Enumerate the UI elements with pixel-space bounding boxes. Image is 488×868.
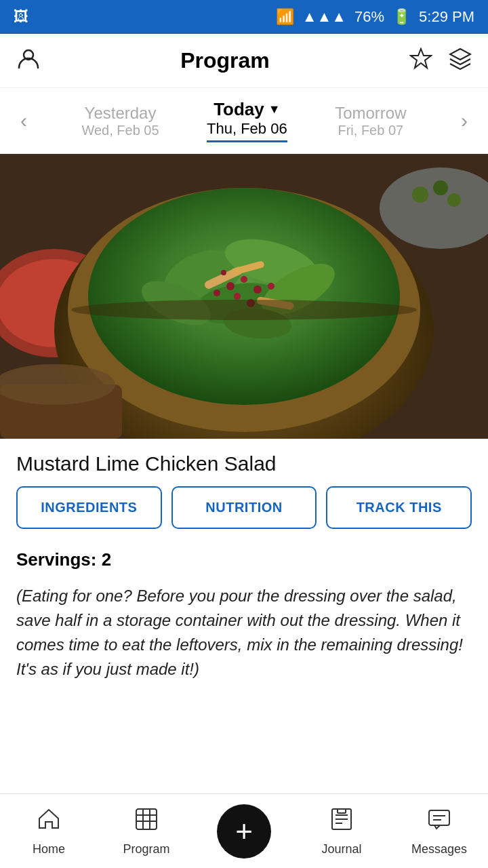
star-icon[interactable] bbox=[409, 47, 432, 75]
yesterday-item[interactable]: Yesterday Wed, Feb 05 bbox=[81, 104, 159, 138]
nav-home[interactable]: Home bbox=[15, 806, 83, 856]
svg-point-21 bbox=[253, 285, 262, 294]
recipe-description: (Eating for one? Before you pour the dre… bbox=[0, 584, 488, 682]
action-buttons: INGREDIENTS NUTRITION TRACK THIS bbox=[0, 486, 488, 542]
date-navigation: ‹ Yesterday Wed, Feb 05 Today ▼ Thu, Feb… bbox=[0, 88, 488, 154]
bottom-nav: Home Program + Journ bbox=[0, 793, 488, 868]
svg-point-30 bbox=[412, 186, 428, 203]
svg-point-23 bbox=[214, 290, 220, 296]
photo-icon: 🖼 bbox=[14, 8, 28, 26]
dropdown-icon: ▼ bbox=[268, 102, 281, 117]
status-bar: 🖼 📶 ▲▲▲ 76% 🔋 5:29 PM bbox=[0, 0, 488, 34]
clock: 5:29 PM bbox=[419, 8, 474, 26]
svg-point-19 bbox=[226, 282, 235, 290]
home-icon bbox=[36, 806, 62, 838]
svg-rect-43 bbox=[429, 810, 449, 825]
svg-marker-2 bbox=[450, 49, 470, 60]
program-icon bbox=[134, 806, 159, 838]
nav-journal[interactable]: Journal bbox=[308, 806, 375, 856]
page-title: Program bbox=[180, 48, 270, 73]
signal-icon: ▲▲▲ bbox=[302, 8, 346, 26]
today-item[interactable]: Today ▼ Thu, Feb 06 bbox=[207, 99, 287, 142]
track-this-button[interactable]: TRACK THIS bbox=[326, 486, 472, 529]
svg-point-31 bbox=[433, 180, 448, 195]
next-arrow[interactable]: › bbox=[454, 109, 474, 132]
nav-add[interactable]: + bbox=[210, 804, 278, 859]
prev-arrow[interactable]: ‹ bbox=[14, 109, 34, 132]
journal-icon bbox=[329, 806, 354, 838]
tomorrow-item[interactable]: Tomorrow Fri, Feb 07 bbox=[335, 104, 406, 138]
battery-icon: 🔋 bbox=[392, 8, 411, 26]
wifi-icon: 📶 bbox=[276, 8, 294, 26]
servings-info: Servings: 2 bbox=[0, 542, 488, 584]
svg-point-25 bbox=[268, 283, 274, 290]
ingredients-button[interactable]: INGREDIENTS bbox=[16, 486, 162, 529]
svg-point-22 bbox=[234, 293, 241, 300]
top-bar: Program bbox=[0, 34, 488, 88]
svg-point-20 bbox=[241, 276, 247, 283]
nav-program[interactable]: Program bbox=[113, 806, 180, 856]
layers-icon[interactable] bbox=[449, 47, 472, 75]
svg-point-27 bbox=[71, 300, 417, 320]
nav-messages[interactable]: Messages bbox=[405, 806, 473, 856]
svg-point-26 bbox=[221, 270, 226, 275]
recipe-image bbox=[0, 154, 488, 439]
svg-point-32 bbox=[447, 193, 461, 207]
profile-icon[interactable] bbox=[16, 46, 41, 76]
svg-marker-1 bbox=[411, 49, 431, 68]
content-area: Mustard Lime Chicken Salad INGREDIENTS N… bbox=[0, 154, 488, 800]
recipe-title: Mustard Lime Chicken Salad bbox=[0, 439, 488, 486]
svg-rect-42 bbox=[338, 809, 346, 813]
add-button[interactable]: + bbox=[217, 804, 271, 859]
nutrition-button[interactable]: NUTRITION bbox=[171, 486, 317, 529]
messages-icon bbox=[426, 806, 452, 838]
battery-level: 76% bbox=[354, 8, 384, 26]
svg-rect-33 bbox=[136, 809, 157, 829]
